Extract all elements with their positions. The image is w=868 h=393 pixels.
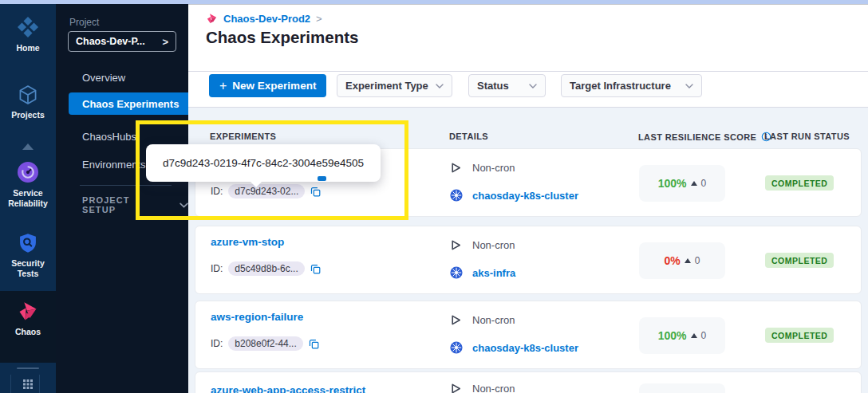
column-header-run-status: LAST RUN STATUS [764,132,850,141]
schedule-cell: Non-cron [450,314,515,326]
chaos-icon [17,301,39,323]
chevron-down-icon [529,84,537,88]
schedule-label: Non-cron [472,162,515,174]
status-badge: COMPLETED [765,253,834,268]
kubernetes-icon [450,341,463,354]
experiment-name-link[interactable]: azure-vm-stop [211,236,284,248]
breadcrumb-separator: > [316,13,322,25]
experiment-id-chip[interactable]: d7c9d243-02... [228,184,305,198]
experiment-row: azure-web-app-access-restrict Non-cron [195,371,862,393]
project-setup-toggle[interactable]: PROJECT SETUP [82,195,188,214]
rail-item-home[interactable]: Home [0,15,56,53]
rail-item-label: Chaos [15,327,41,337]
app-window: Home Projects Service Reliabil [0,0,868,393]
main-content: Chaos-Dev-Prod2 > Chaos Experiments + Ne… [188,4,868,393]
infrastructure-link[interactable]: chaosday-k8s-cluster [472,342,578,354]
module-picker[interactable] [0,375,56,393]
module-rail: Home Projects Service Reliabil [0,4,56,393]
sidebar-item-label: Chaos Experiments [82,98,179,110]
column-header-label: LAST RESILIENCE SCORE [638,132,756,142]
breadcrumb-project-link[interactable]: Chaos-Dev-Prod2 [223,13,310,25]
copy-icon[interactable] [310,187,321,197]
rail-item-label: Projects [11,110,44,120]
experiment-row: azure-vm-stop ID: d5c49d8b-6c... Non-cro… [195,226,862,294]
experiment-name-link[interactable]: azure-web-app-access-restrict [211,384,365,393]
chevron-down-icon [180,202,188,208]
trend-up-icon [691,333,697,338]
projects-icon [17,84,39,106]
collapse-up-icon[interactable] [22,143,34,150]
filter-label: Experiment Type [345,80,428,92]
score-delta: 0 [695,255,700,266]
column-header-experiments: EXPERIMENTS [210,132,276,141]
score-value: 100% [658,329,687,342]
id-label: ID: [211,186,223,197]
grid-icon [22,379,34,390]
sidebar-item-label: ChaosHubs [82,131,136,143]
trend-up-icon [685,258,691,263]
project-setup-label: PROJECT SETUP [82,195,160,214]
rail-item-projects[interactable]: Projects [0,84,56,120]
experiment-row: aws-region-failure ID: b208e0f2-44... No… [195,301,862,369]
home-icon [16,15,40,39]
infrastructure-cell: aks-infra [450,266,515,279]
service-reliability-icon [16,160,40,184]
rail-item-security-tests[interactable]: Security Tests [0,232,56,279]
project-caption: Project [69,17,99,28]
project-sidebar: Project Chaos-Dev-P... > Overview Chaos … [56,4,188,393]
infrastructure-cell: chaosday-k8s-cluster [450,189,578,202]
rail-item-label: Service Reliability [8,188,48,209]
new-experiment-button[interactable]: + New Experiment [209,74,326,97]
id-label: ID: [211,263,223,274]
infrastructure-link[interactable]: aks-infra [472,267,515,279]
top-loading-strip [0,0,868,4]
play-icon [450,239,462,251]
rail-item-label: Security Tests [0,258,56,279]
chaos-module-icon [206,13,218,25]
sidebar-item-label: Overview [82,72,125,84]
project-selector-value: Chaos-Dev-P... [76,36,145,47]
schedule-cell: Non-cron [450,239,515,251]
play-icon [450,383,462,393]
experiment-id-chip[interactable]: d5c49d8b-6c... [228,261,304,276]
kubernetes-icon [450,189,463,202]
resilience-score-box: 100% 0 [639,317,725,354]
sidebar-item-label: Environments [82,159,145,171]
rail-item-label: Home [16,43,39,53]
experiment-name-link-obscured[interactable] [318,176,326,181]
page-title: Chaos Experiments [206,28,358,47]
divider [80,185,172,186]
schedule-cell: Non-cron [450,162,515,174]
infrastructure-cell: chaosday-k8s-cluster [450,341,578,354]
infrastructure-link[interactable]: chaosday-k8s-cluster [472,190,578,202]
copy-icon[interactable] [309,339,319,349]
score-value: 0% [665,254,681,267]
target-infrastructure-filter[interactable]: Target Infrastructure [561,74,702,97]
project-selector[interactable]: Chaos-Dev-P... > [68,31,176,52]
schedule-label: Non-cron [472,383,515,393]
status-badge: COMPLETED [765,175,834,191]
experiment-id-tooltip: d7c9d243-0219-4f7c-84c2-3004e59e4505 [146,144,381,182]
filter-label: Target Infrastructure [570,80,671,92]
chevron-right-icon: > [162,36,168,48]
rail-divider [17,367,39,369]
experiment-id-chip[interactable]: b208e0f2-44... [228,336,302,351]
resilience-score-box [639,383,725,393]
security-tests-icon [17,232,39,254]
divider [39,375,40,393]
resilience-score-box: 0% 0 [639,242,725,279]
experiment-type-filter[interactable]: Experiment Type [337,74,452,97]
rail-item-service-reliability[interactable]: Service Reliability [0,160,56,209]
divider [188,71,868,72]
experiment-name-link[interactable]: aws-region-failure [211,311,303,323]
status-filter[interactable]: Status [468,74,546,97]
schedule-label: Non-cron [472,314,515,326]
sidebar-item-overview[interactable]: Overview [56,67,188,88]
status-badge: COMPLETED [765,328,834,343]
chevron-down-icon [685,84,693,88]
sidebar-item-chaos-experiments[interactable]: Chaos Experiments [69,92,188,115]
copy-icon[interactable] [310,264,321,274]
rail-item-chaos[interactable]: Chaos [0,301,56,337]
tooltip-text: d7c9d243-0219-4f7c-84c2-3004e59e4505 [163,157,364,169]
schedule-cell: Non-cron [450,383,515,393]
